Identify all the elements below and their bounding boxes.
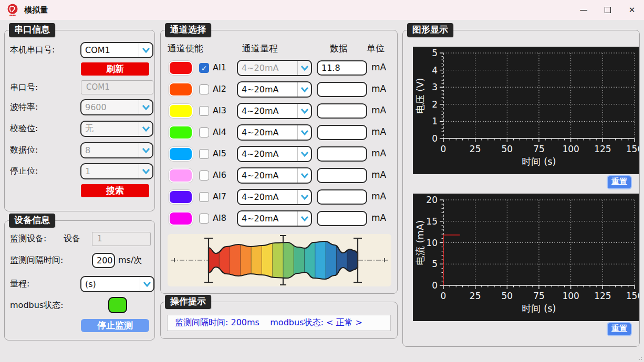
channel-unit-label: mA [371,212,386,223]
svg-text:100: 100 [562,144,579,154]
reset-voltage-button[interactable]: 重置 [607,175,632,189]
channel-range-value: 4~20mA [238,171,297,180]
channel-row-ai3: AI34~20mAmA [161,103,398,119]
interval-input[interactable]: 200 [92,253,115,268]
channel-data-field[interactable] [317,125,367,140]
range-label: 量程: [10,279,29,290]
channel-id-label: AI5 [213,148,226,158]
channel-enable-checkbox[interactable] [199,106,209,116]
databits-value: 8 [81,145,139,155]
databits-select[interactable]: 8 [80,142,153,158]
channel-enable-checkbox[interactable] [199,214,209,223]
channel-select-panel: 通道选择 通道使能 通道量程 数据 单位 ✓AI14~20mA11.8mAAI2… [160,30,398,294]
svg-text:100: 100 [562,291,579,301]
chevron-down-icon [139,164,152,178]
chevron-down-icon [298,104,311,118]
channel-data-field[interactable] [317,211,367,226]
svg-text:50: 50 [502,291,513,301]
stopbits-value: 1 [81,166,139,176]
databits-label: 数据位: [10,145,38,156]
channel-range-value: 4~20mA [238,214,297,223]
channel-row-ai1: ✓AI14~20mA11.8mA [161,60,398,76]
stopbits-select[interactable]: 1 [80,163,153,179]
channel-id-label: AI2 [213,84,226,94]
channel-row-ai8: AI84~20mAmA [161,210,398,227]
channel-id-label: AI8 [213,213,226,223]
parity-value: 无 [81,123,139,134]
chevron-down-icon [139,143,152,157]
window-controls: — ✕ [572,0,644,20]
channel-enable-checkbox[interactable]: ✓ [199,63,209,73]
channel-range-value: 4~20mA [238,192,297,202]
range-value: (s) [81,279,140,289]
svg-text:●●●●: ●●●● [9,14,16,16]
device-info-title: 设备信息 [9,214,55,228]
channel-data-field[interactable] [317,146,367,162]
svg-text:1: 1 [432,116,438,126]
app-logo-icon: ●●●● [6,4,19,16]
channel-range-value: 4~20mA [238,149,297,159]
channel-range-select[interactable]: 4~20mA [237,124,312,141]
channel-enable-checkbox[interactable] [199,192,209,202]
reset-current-button[interactable]: 重置 [607,322,632,336]
search-button[interactable]: 搜索 [81,184,149,197]
channel-color-swatch [169,104,193,118]
refresh-button[interactable]: 刷新 [81,62,149,76]
close-button[interactable]: ✕ [620,0,644,20]
channel-range-select[interactable]: 4~20mA [237,167,312,184]
operation-hint-panel: 操作提示 监测间隔时间: 200ms modbus状态: < 正常 > [160,302,398,339]
svg-text:50: 50 [502,144,513,154]
channel-data-field[interactable]: 11.8 [317,60,367,76]
channel-range-value: 4~20mA [238,84,297,94]
channel-row-ai4: AI44~20mAmA [161,124,398,141]
local-port-select[interactable]: COM1 [80,42,153,58]
chevron-down-icon [140,277,153,291]
channel-color-swatch [169,147,193,161]
parity-select[interactable]: 无 [80,121,153,137]
chevron-down-icon [298,82,311,97]
minimize-button[interactable]: — [572,0,596,20]
svg-text:0: 0 [441,291,446,301]
titlebar: ●●●● 模拟量 — ✕ [0,0,644,20]
voltage-chart: 0255075100125150012345时间 (s)电压 (V) [413,47,639,174]
channel-data-field[interactable] [317,189,367,205]
svg-text:150: 150 [626,291,639,301]
column-header-range: 通道量程 [242,42,278,55]
range-select[interactable]: (s) [80,276,154,292]
channel-data-field[interactable] [317,82,367,97]
channel-enable-checkbox[interactable] [199,171,209,180]
chevron-down-icon [139,100,152,114]
channel-enable-checkbox[interactable] [199,127,209,137]
channel-id-label: AI3 [213,105,226,115]
channel-id-label: AI1 [213,62,226,72]
baud-select[interactable]: 9600 [80,99,153,115]
channel-color-swatch [169,190,193,204]
channel-range-select[interactable]: 4~20mA [237,146,312,162]
resize-grip[interactable] [637,355,642,360]
channel-id-label: AI7 [213,191,226,201]
svg-text:电流 (mA): 电流 (mA) [414,220,425,265]
channel-enable-checkbox[interactable] [199,149,209,159]
serial-info-panel: 串口信息 本机串口号: COM1 刷新 串口号: COM1 波特率: 9600 … [4,30,155,211]
channel-enable-checkbox[interactable] [199,84,209,94]
port-label: 串口号: [10,82,38,93]
channel-data-field[interactable] [317,168,367,183]
channel-unit-label: mA [371,62,386,72]
channel-range-select[interactable]: 4~20mA [237,81,312,98]
maximize-icon [605,7,611,13]
channel-id-label: AI4 [213,127,226,137]
svg-text:25: 25 [470,291,481,301]
graph-display-title: 图形显示 [407,23,453,37]
maximize-button[interactable] [596,0,620,20]
channel-range-select[interactable]: 4~20mA [237,103,312,119]
channel-unit-label: mA [371,105,386,115]
channel-unit-label: mA [371,169,386,180]
channel-range-select[interactable]: 4~20mA [237,189,312,205]
baud-value: 9600 [81,102,139,112]
channel-range-select[interactable]: 4~20mA [237,60,312,76]
stop-monitor-button[interactable]: 停止监测 [81,319,149,332]
channel-color-swatch [169,125,193,140]
channel-data-field[interactable] [317,103,367,119]
channel-range-select[interactable]: 4~20mA [237,210,312,227]
chevron-down-icon [298,147,311,161]
